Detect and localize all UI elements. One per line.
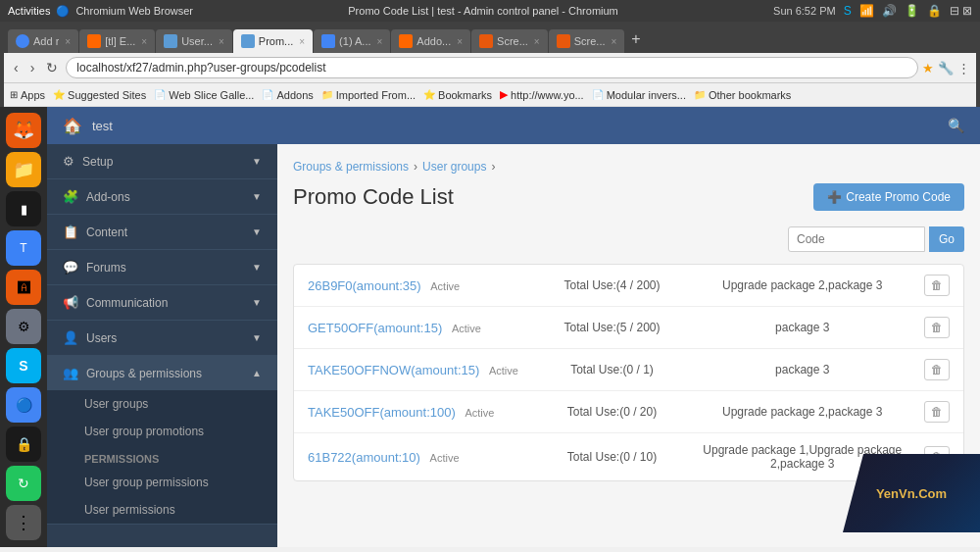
settings-dock-icon[interactable]: ⚙	[6, 309, 41, 344]
sidebar-item-setup[interactable]: ⚙ Setup ▼	[47, 144, 277, 178]
reload-button[interactable]: ↻	[42, 58, 62, 77]
promo-code-link[interactable]: TAKE50OFF(amount:100)	[308, 405, 456, 420]
sidebar-item-communication[interactable]: 📢 Communication ▼	[47, 285, 277, 320]
bookmark-star-icon[interactable]: ★	[922, 61, 934, 75]
tab-close-icon[interactable]: ×	[65, 36, 71, 47]
delete-button[interactable]: 🗑	[924, 275, 950, 296]
bookmark-imported[interactable]: 📁 Imported From...	[321, 89, 416, 101]
go-button[interactable]: Go	[929, 226, 964, 252]
admin-home-icon[interactable]: 🏠	[63, 117, 82, 135]
window-controls[interactable]: ⊟ ⊠	[950, 4, 972, 18]
sidebar-item-content[interactable]: 📋 Content ▼	[47, 215, 277, 249]
create-promo-code-button[interactable]: ➕ Create Promo Code	[813, 183, 964, 211]
software-dock-icon[interactable]: 🅰	[6, 270, 41, 305]
addons-icon: 📄	[262, 89, 273, 100]
promo-usage: Total Use:(0 / 1)	[544, 363, 681, 376]
terminal-dock-icon[interactable]: ▮	[6, 191, 41, 226]
forward-button[interactable]: ›	[26, 58, 39, 77]
firefox-dock-icon[interactable]: 🦊	[6, 113, 41, 148]
tab-scre1[interactable]: Scre... ×	[471, 29, 548, 53]
tab-close-icon[interactable]: ×	[141, 36, 147, 47]
sidebar-sub-item-user-group-permissions[interactable]: User group permissions	[47, 469, 277, 496]
tab-1a[interactable]: (1) A... ×	[314, 29, 390, 53]
bookmark-youtube[interactable]: ▶ http://www.yo...	[500, 88, 584, 101]
privacy-dock-icon[interactable]: 🔒	[6, 427, 41, 462]
breadcrumb-user-groups[interactable]: User groups	[422, 160, 486, 174]
folder-icon: 📁	[321, 89, 333, 100]
bookmark-suggested[interactable]: ⭐ Suggested Sites	[53, 89, 146, 101]
sidebar-sub-item-user-group-promotions[interactable]: User group promotions	[47, 418, 277, 445]
promo-packages: package 3	[689, 363, 917, 376]
tab-add-r[interactable]: Add r ×	[8, 29, 78, 53]
sidebar-item-forums[interactable]: 💬 Forums ▼	[47, 250, 277, 284]
breadcrumb-separator-1: ›	[414, 160, 417, 174]
status-badge: Active	[430, 280, 460, 292]
bookmark-other[interactable]: 📁 Other bookmarks	[694, 89, 791, 101]
files-dock-icon[interactable]: 📁	[6, 152, 41, 187]
promo-code-link[interactable]: TAKE50OFFNOW(amount:15)	[308, 363, 479, 377]
breadcrumb: Groups & permissions › User groups ›	[293, 160, 964, 174]
activities-button[interactable]: Activities	[8, 5, 50, 17]
tab-scre2[interactable]: Scre... ×	[549, 29, 625, 53]
apps-grid-icon: ⊞	[10, 89, 18, 100]
os-dock: 🦊 📁 ▮ T 🅰 ⚙ S 🔵 🔒 ↻ ⋮	[0, 107, 47, 547]
tab-close-icon[interactable]: ×	[377, 36, 383, 47]
sidebar-sub-items: User groups User group promotions Permis…	[47, 390, 277, 524]
bookmark-apps[interactable]: ⊞ Apps	[10, 89, 45, 101]
address-bar[interactable]	[66, 57, 918, 78]
promo-code-cell: 61B722(amount:10) Active	[308, 450, 536, 465]
chromium-dock-icon[interactable]: 🔵	[6, 387, 41, 423]
delete-button[interactable]: 🗑	[924, 401, 950, 423]
bookmark-modular[interactable]: 📄 Modular invers...	[592, 89, 686, 101]
promo-packages: package 3	[689, 321, 917, 334]
doc-icon: 📄	[154, 89, 166, 100]
tab-close-icon[interactable]: ×	[457, 36, 463, 47]
sidebar-section-content: 📋 Content ▼	[47, 215, 277, 250]
code-search-input[interactable]	[788, 226, 925, 252]
bookmark-web-slice[interactable]: 📄 Web Slice Galle...	[154, 89, 254, 101]
sidebar-section-forums: 💬 Forums ▼	[47, 250, 277, 285]
sidebar-item-addons[interactable]: 🧩 Add-ons ▼	[47, 179, 277, 214]
promo-codes-table: 26B9F0(amount:35) Active Total Use:(4 / …	[293, 264, 964, 481]
browser-name: Chromium Web Browser	[75, 5, 193, 17]
sidebar-section-setup: ⚙ Setup ▼	[47, 144, 277, 179]
new-tab-button[interactable]: +	[625, 30, 646, 48]
promo-code-cell: 26B9F0(amount:35) Active	[308, 278, 536, 293]
delete-button[interactable]: 🗑	[924, 317, 950, 338]
menu-icon[interactable]: ⋮	[957, 61, 970, 75]
admin-body: ⚙ Setup ▼ 🧩 Add-ons ▼ 📋 Content	[47, 144, 980, 547]
tab-close-icon[interactable]: ×	[534, 36, 540, 47]
sidebar-item-users[interactable]: 👤 Users ▼	[47, 321, 277, 355]
breadcrumb-groups-permissions[interactable]: Groups & permissions	[293, 160, 409, 174]
forums-icon: 💬	[63, 260, 78, 275]
promo-code-link[interactable]: 26B9F0(amount:35)	[308, 278, 421, 293]
sidebar-sub-item-user-permissions[interactable]: User permissions	[47, 496, 277, 524]
promo-packages: Upgrade package 2,package 3	[689, 405, 917, 419]
tab-close-icon[interactable]: ×	[612, 36, 617, 47]
admin-wrapper: 🏠 test 🔍 ⚙ Setup ▼ 🧩 Ad	[47, 107, 980, 547]
tab-addon[interactable]: Addo... ×	[391, 29, 470, 53]
tab-close-icon[interactable]: ×	[299, 36, 305, 47]
tab-user[interactable]: User... ×	[156, 29, 232, 53]
tab-close-icon[interactable]: ×	[219, 36, 224, 47]
apps-grid-dock-icon[interactable]: ⋮	[6, 505, 41, 540]
admin-search-icon[interactable]: 🔍	[948, 118, 964, 133]
tab-tl[interactable]: [tl] E... ×	[79, 29, 155, 53]
network-icon: 📶	[859, 4, 874, 18]
bookmark-bookmarks[interactable]: ⭐ Bookmarks	[423, 89, 492, 101]
extensions-icon[interactable]: 🔧	[938, 61, 954, 75]
promo-code-link[interactable]: 61B722(amount:10)	[308, 450, 420, 465]
bookmark-addons[interactable]: 📄 Addons	[262, 89, 313, 101]
sidebar-sub-item-user-groups[interactable]: User groups	[47, 390, 277, 418]
text-editor-dock-icon[interactable]: T	[6, 230, 41, 266]
skype-dock-icon[interactable]: S	[6, 348, 41, 383]
main-content: 🦊 📁 ▮ T 🅰 ⚙ S 🔵 🔒 ↻ ⋮ 🏠 test 🔍 ⚙	[0, 107, 980, 547]
tab-promo-active[interactable]: Prom... ×	[233, 29, 313, 53]
back-button[interactable]: ‹	[10, 58, 23, 77]
sidebar-item-groups[interactable]: 👥 Groups & permissions ▲	[47, 356, 277, 390]
update-dock-icon[interactable]: ↻	[6, 466, 41, 501]
promo-code-link[interactable]: GET50OFF(amount:15)	[308, 321, 442, 335]
status-badge: Active	[452, 323, 481, 334]
delete-button[interactable]: 🗑	[924, 359, 950, 380]
youtube-icon: ▶	[500, 88, 508, 101]
